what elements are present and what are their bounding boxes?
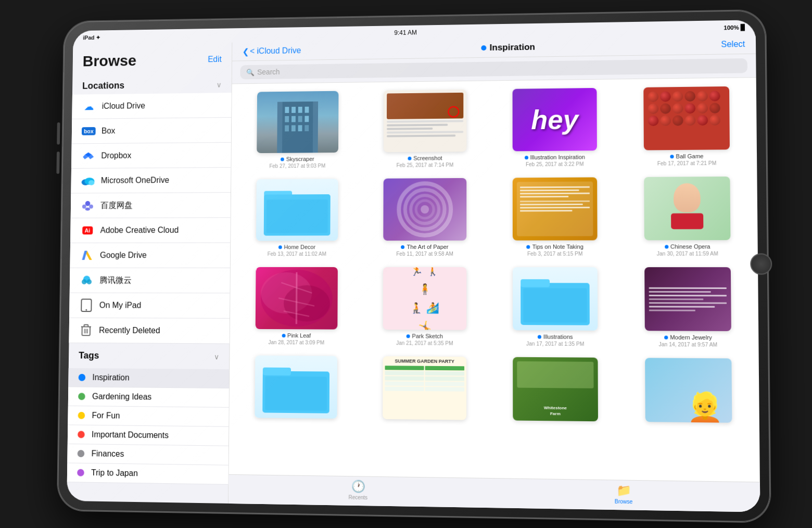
thumb-skyscraper: [257, 91, 338, 153]
svg-rect-57: [523, 288, 587, 322]
file-date-homedecor: Feb 13, 2017 at 11:02 AM: [268, 251, 326, 257]
file-name-illustrations: Illustrations: [538, 333, 573, 340]
sidebar-item-adobe[interactable]: Ai Adobe Creative Cloud: [70, 218, 231, 243]
sidebar-item-icloud[interactable]: ☁ iCloud Drive: [72, 93, 231, 119]
svg-rect-30: [305, 107, 309, 113]
file-item-whitestone[interactable]: WhitestoneFarm: [495, 357, 616, 426]
svg-rect-36: [291, 125, 296, 131]
back-label: < iCloud Drive: [250, 46, 301, 56]
svg-point-7: [82, 205, 86, 209]
browse-title: Browse: [83, 52, 137, 70]
tag-finances[interactable]: Finances: [67, 444, 229, 466]
svg-rect-60: [265, 376, 327, 411]
sidebar-item-baidu[interactable]: 百度网盘: [71, 193, 231, 218]
file-item-artpaper[interactable]: The Art of Paper Feb 11, 2017 at 9:58 AM: [365, 178, 484, 257]
tag-dot-inspiration: [79, 374, 86, 381]
tencent-icon: [80, 273, 94, 287]
file-item-parksketch[interactable]: 🏃 🚶 🧍 🧎 🏄 🤸 Park Sketch Jan 21, 2017 at …: [365, 267, 485, 346]
tags-title: Tags: [79, 350, 99, 361]
file-item-skyscraper[interactable]: Skyscraper Feb 27, 2017 at 9:03 PM: [239, 91, 356, 169]
file-item-illustrations[interactable]: Illustrations Jan 17, 2017 at 1:35 PM: [495, 267, 616, 347]
file-item-homedecor[interactable]: Home Decor Feb 13, 2017 at 11:02 AM: [239, 179, 356, 257]
svg-rect-38: [304, 125, 309, 131]
tag-gardening[interactable]: Gardening Ideas: [68, 387, 229, 407]
svg-rect-59: [263, 368, 291, 375]
nav-back-button[interactable]: ❮ < iCloud Drive: [243, 46, 301, 56]
tag-dot-important: [78, 431, 85, 438]
home-button[interactable]: [750, 254, 772, 275]
search-placeholder: Search: [257, 68, 280, 76]
file-name-notetaking: Tips on Note Taking: [526, 244, 583, 250]
sidebar-item-tencent[interactable]: 腾讯微云: [70, 268, 230, 294]
tag-dot-gardening: [78, 393, 85, 400]
sidebar-item-box[interactable]: box Box: [72, 118, 232, 144]
locations-chevron: ∨: [217, 80, 222, 89]
back-arrow: ❮: [243, 46, 249, 56]
tag-important[interactable]: Important Documents: [68, 425, 229, 446]
file-name-artpaper: The Art of Paper: [401, 244, 449, 250]
sidebar-item-trash[interactable]: Recently Deleted: [69, 318, 230, 344]
adobe-icon: Ai: [80, 223, 94, 237]
tab-recents[interactable]: 🕐 Recents: [229, 478, 490, 502]
thumb-ballgame: [643, 86, 730, 150]
svg-rect-32: [291, 116, 296, 122]
thumb-folder3: [255, 356, 337, 419]
thumb-parksketch: 🏃 🚶 🧍 🧎 🏄 🤸: [383, 267, 466, 330]
thumb-opera: [644, 177, 730, 240]
tag-label-finances: Finances: [92, 449, 124, 459]
file-date-opera: Jan 30, 2017 at 11:59 AM: [657, 251, 718, 257]
file-item-screenshot[interactable]: Screenshot Feb 25, 2017 at 7:14 PM: [366, 89, 484, 168]
icloud-label: iCloud Drive: [102, 102, 145, 111]
file-date-ballgame: Feb 17, 2017 at 7:21 PM: [657, 160, 717, 167]
ipad-icon: [79, 298, 93, 313]
status-right: 100% ▉: [724, 24, 745, 31]
file-item-folder3[interactable]: [237, 355, 355, 423]
tablet-screen: iPad ✦ 9:41 AM 100% ▉ Browse Edit Locati…: [67, 20, 760, 512]
file-name-opera: Chinese Opera: [665, 243, 710, 249]
file-item-garden[interactable]: SUMMER GARDEN PARTY: [365, 356, 484, 424]
tag-dot-finances: [78, 450, 85, 457]
tag-label-gardening: Gardening Ideas: [92, 392, 151, 402]
edit-button[interactable]: Edit: [208, 51, 222, 64]
file-item-blonde[interactable]: 👱: [627, 358, 751, 427]
baidu-label: 百度网盘: [100, 200, 133, 211]
tablet-device: iPad ✦ 9:41 AM 100% ▉ Browse Edit Locati…: [58, 10, 770, 522]
tag-forfun[interactable]: For Fun: [68, 406, 229, 427]
nav-title: Inspiration: [481, 42, 535, 53]
thumb-illustrations: [513, 267, 598, 331]
tab-browse[interactable]: 📁 Browse: [490, 482, 760, 507]
sidebar-item-onedrive[interactable]: Microsoft OneDrive: [71, 168, 231, 194]
thumb-homedecor: [256, 179, 338, 241]
tag-dot-forfun: [78, 412, 85, 419]
file-date-skyscraper: Feb 27, 2017 at 9:03 PM: [269, 163, 325, 169]
svg-rect-42: [267, 199, 328, 233]
svg-rect-27: [285, 107, 289, 113]
file-date-parksketch: Jan 21, 2017 at 5:35 PM: [396, 340, 453, 346]
sidebar-item-gdrive[interactable]: Google Drive: [70, 243, 230, 268]
search-bar[interactable]: 🔍 Search: [240, 58, 747, 79]
onedrive-icon: [81, 173, 95, 187]
file-item-illustration[interactable]: hey Illustration Inspiration Feb 25, 201…: [494, 87, 615, 167]
tag-label-inspiration: Inspiration: [92, 373, 129, 382]
file-item-opera[interactable]: Chinese Opera Jan 30, 2017 at 11:59 AM: [626, 177, 749, 257]
svg-rect-28: [291, 107, 296, 113]
file-item-pinkleaf[interactable]: Pink Leaf Jan 28, 2017 at 3:09 PM: [238, 267, 355, 346]
browse-label: Browse: [615, 498, 633, 505]
file-item-ballgame[interactable]: Ball Game Feb 17, 2017 at 7:21 PM: [625, 86, 748, 167]
svg-rect-56: [521, 279, 550, 287]
search-icon: 🔍: [246, 68, 255, 76]
ipad-label: On My iPad: [99, 301, 142, 310]
sidebar-item-dropbox[interactable]: Dropbox: [71, 143, 231, 169]
file-item-notetaking[interactable]: Tips on Note Taking Feb 3, 2017 at 5:15 …: [495, 177, 616, 257]
svg-rect-31: [285, 116, 289, 122]
nav-select-button[interactable]: Select: [721, 40, 745, 49]
svg-marker-12: [82, 251, 87, 260]
tag-japan[interactable]: Trip to Japan: [67, 463, 229, 485]
sidebar-item-ipad[interactable]: On My iPad: [69, 293, 230, 319]
file-item-jewelry[interactable]: Modern Jewelry Jan 14, 2017 at 9:57 AM: [626, 267, 750, 348]
file-name-pinkleaf: Pink Leaf: [282, 332, 311, 338]
tag-inspiration[interactable]: Inspiration: [68, 368, 229, 388]
main-content: ❮ < iCloud Drive Inspiration Select 🔍 Se…: [229, 34, 760, 512]
onedrive-label: Microsoft OneDrive: [101, 175, 169, 185]
file-date-artpaper: Feb 11, 2017 at 9:58 AM: [396, 251, 453, 257]
